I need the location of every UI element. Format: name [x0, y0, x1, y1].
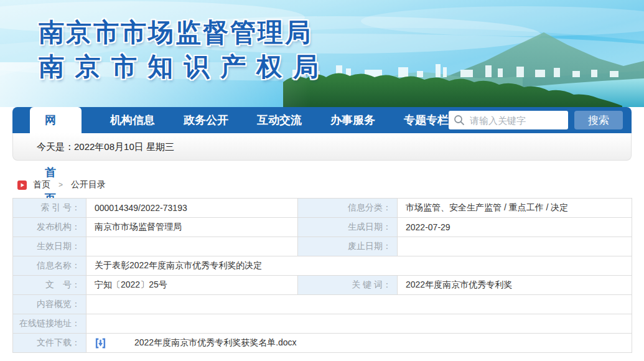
nav-tab-home[interactable]: 网站首页: [30, 107, 82, 133]
nav-tab-gov-affairs[interactable]: 政务公开: [184, 113, 228, 128]
keyword-value: 2022年度南京市优秀专利奖: [398, 276, 632, 295]
index-number-label: 索 引 号：: [13, 199, 86, 218]
keyword-label: 关 键 词：: [298, 276, 398, 295]
created-date-label: 生成日期：: [298, 218, 398, 237]
repeal-date-value: [398, 237, 632, 256]
info-name-value: 关于表彰2022年度南京市优秀专利奖的决定: [86, 256, 632, 276]
table-row: 内容概览：: [13, 295, 632, 314]
breadcrumb: 首页 > 公开目录: [17, 179, 106, 190]
nav-tab-interaction[interactable]: 互动交流: [257, 113, 302, 128]
banner: 南京市市场监督管理局 南 京 市 知 识 产 权 局: [0, 0, 644, 107]
today-date-text: 今天是：2022年08月10日 星期三: [37, 141, 174, 152]
table-row: 生效日期： 废止日期：: [13, 237, 632, 256]
nav-tab-org-info[interactable]: 机构信息: [110, 113, 155, 128]
search-icon: [454, 115, 465, 126]
created-date-value: 2022-07-29: [398, 218, 632, 237]
table-row: 发布机构： 南京市市场监督管理局 生成日期： 2022-07-29: [13, 218, 632, 237]
nav-tab-special-columns[interactable]: 专题专栏: [404, 113, 449, 128]
main-nav: 网站首页 机构信息 政务公开 互动交流 办事服务 专题专栏 搜索: [12, 107, 632, 133]
table-row: 在线链接地址：: [13, 314, 632, 334]
doc-number-value: 宁知〔2022〕25号: [86, 276, 298, 295]
doc-number-label: 文 号：: [13, 276, 86, 295]
breadcrumb-current[interactable]: 公开目录: [71, 179, 106, 190]
document-info-table: 索 引 号： 000014349/2022-73193 信息分类： 市场监管、安…: [12, 198, 632, 353]
download-file-link[interactable]: 2022年度南京市优秀专利奖获奖名单.docx: [134, 337, 297, 349]
search-input[interactable]: [449, 111, 568, 129]
breadcrumb-marker-icon: [17, 180, 27, 190]
table-row: 文 号： 宁知〔2022〕25号 关 键 词： 2022年度南京市优秀专利奖: [13, 276, 632, 295]
content-summary-label: 内容概览：: [13, 295, 86, 314]
site-title: 南京市市场监督管理局 南 京 市 知 识 产 权 局: [39, 16, 320, 83]
info-name-label: 信息名称：: [13, 256, 86, 276]
repeal-date-label: 废止日期：: [298, 237, 398, 256]
online-link-label: 在线链接地址：: [13, 314, 86, 334]
online-link-value: [86, 314, 632, 334]
table-row: 索 引 号： 000014349/2022-73193 信息分类： 市场监管、安…: [13, 199, 632, 218]
effective-date-label: 生效日期：: [13, 237, 86, 256]
search-button[interactable]: 搜索: [574, 111, 623, 129]
content-summary-value: [86, 295, 632, 314]
date-bar: 今天是：2022年08月10日 星期三: [12, 133, 632, 161]
site-title-line1: 南京市市场监督管理局: [39, 16, 320, 49]
download-icon[interactable]: [95, 337, 106, 349]
search-box: [449, 111, 568, 129]
table-row: 文件下载： 2022年度南京市优秀专利奖获奖名单.docx: [13, 334, 632, 353]
file-download-cell: 2022年度南京市优秀专利奖获奖名单.docx: [95, 337, 632, 349]
breadcrumb-separator: >: [58, 180, 63, 189]
effective-date-value: [86, 237, 298, 256]
nav-tab-services[interactable]: 办事服务: [330, 113, 375, 128]
site-title-line2: 南 京 市 知 识 产 权 局: [39, 50, 320, 83]
publisher-value: 南京市市场监督管理局: [86, 218, 298, 237]
file-download-label: 文件下载：: [13, 334, 86, 353]
table-row: 信息名称： 关于表彰2022年度南京市优秀专利奖的决定: [13, 256, 632, 276]
breadcrumb-home-link[interactable]: 首页: [33, 179, 50, 190]
info-category-label: 信息分类：: [298, 199, 398, 218]
info-category-value: 市场监管、安全生产监管 / 重点工作 / 决定: [398, 199, 632, 218]
page: 南京市市场监督管理局 南 京 市 知 识 产 权 局 网站首页 机构信息 政务公…: [0, 0, 644, 361]
index-number-value: 000014349/2022-73193: [86, 199, 298, 218]
publisher-label: 发布机构：: [13, 218, 86, 237]
search-area: 搜索: [449, 111, 623, 129]
